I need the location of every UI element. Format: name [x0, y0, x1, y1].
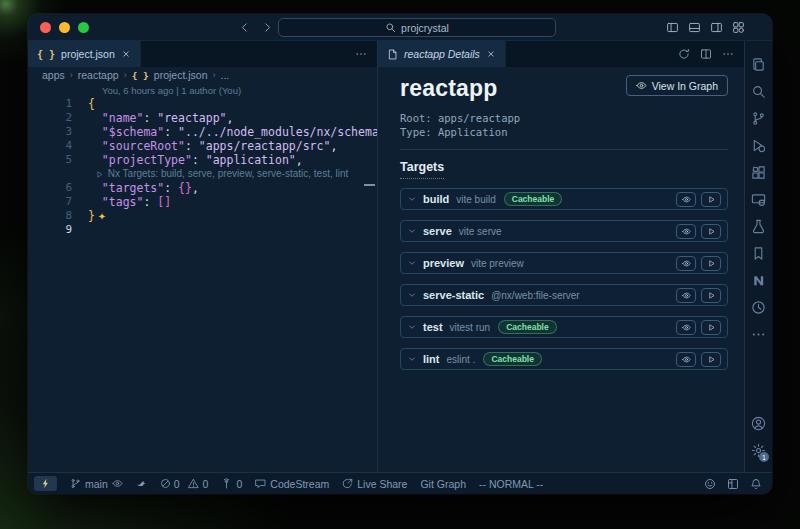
refresh-icon[interactable] [678, 48, 690, 60]
code-line[interactable]: 2 "name": "reactapp", [28, 111, 377, 125]
statusbar-git-graph[interactable]: Git Graph [420, 478, 466, 490]
toggle-sidebar-icon[interactable] [666, 21, 679, 34]
statusbar-vim-mode[interactable]: -- NORMAL -- [479, 478, 543, 490]
activity-beaker-icon[interactable] [745, 213, 772, 240]
run-target-button[interactable] [701, 192, 721, 207]
toggle-secondary-sidebar-icon[interactable] [710, 21, 723, 34]
code-text: } ✦ [88, 209, 377, 223]
target-row-preview[interactable]: previewvite preview [400, 252, 728, 274]
code-line[interactable]: 5 "projectType": "application", [28, 153, 377, 167]
statusbar-dove-extension[interactable] [136, 478, 147, 489]
toggle-panel-icon[interactable] [688, 21, 701, 34]
breadcrumb-reactapp[interactable]: reactapp [78, 69, 119, 81]
view-target-button[interactable] [676, 256, 696, 271]
statusbar-errors-count[interactable]: 0 [160, 478, 180, 490]
activity-account-icon[interactable] [745, 410, 772, 437]
forward-arrow-icon[interactable] [261, 21, 274, 34]
view-target-button[interactable] [676, 320, 696, 335]
statusbar-codestream[interactable]: CodeStream [255, 478, 329, 490]
chevron-down-icon[interactable] [407, 290, 417, 300]
view-target-button[interactable] [676, 352, 696, 367]
minimize-window-button[interactable] [59, 22, 70, 33]
breadcrumb-more[interactable]: ... [221, 69, 230, 81]
code-text: { [88, 97, 377, 111]
target-row-serve-static[interactable]: serve-static@nx/web:file-server [400, 284, 728, 306]
view-target-button[interactable] [676, 288, 696, 303]
chevron-down-icon[interactable] [407, 258, 417, 268]
target-row-serve[interactable]: servevite serve [400, 220, 728, 242]
code-line[interactable]: 3 "$schema": "../../node_modules/nx/sche… [28, 125, 377, 139]
close-window-button[interactable] [40, 22, 51, 33]
activity-search-icon[interactable] [745, 78, 772, 105]
statusbar-label: 0 [203, 478, 209, 490]
statusbar-label: CodeStream [270, 478, 329, 490]
command-center-search[interactable]: projcrystal [278, 18, 556, 37]
code-line[interactable]: Nx Targets: build, serve, preview, serve… [28, 167, 377, 181]
activity-bookmark-icon[interactable] [745, 240, 772, 267]
maximize-window-button[interactable] [78, 22, 89, 33]
activity-source-control-icon[interactable] [745, 105, 772, 132]
chevron-down-icon[interactable] [407, 226, 417, 236]
project-title: reactapp [400, 75, 497, 102]
activity-debug-icon[interactable] [745, 132, 772, 159]
statusbar-layout-tool-icon[interactable] [727, 478, 739, 490]
statusbar-label: 0 [236, 478, 242, 490]
target-name: lint [423, 353, 440, 365]
activity-gear-icon[interactable]: 1 [745, 437, 772, 464]
code-token: "tags" [102, 195, 144, 209]
code-text: "tags": [] [88, 195, 377, 209]
chevron-down-icon[interactable] [407, 322, 417, 332]
close-tab-icon[interactable] [486, 49, 496, 59]
codelens-authors[interactable]: You, 6 hours ago | 1 author (You) [28, 84, 377, 97]
more-actions-icon[interactable] [722, 48, 734, 60]
activity-nx-icon[interactable] [745, 267, 772, 294]
code-token: : [143, 111, 157, 125]
statusbar-branch-main[interactable]: main [70, 478, 123, 490]
statusbar-remote-indicator[interactable] [34, 476, 57, 491]
view-target-button[interactable] [676, 224, 696, 239]
code-editor[interactable]: You, 6 hours ago | 1 author (You) 1{2 "n… [28, 83, 377, 472]
close-tab-icon[interactable] [121, 49, 131, 59]
statusbar-feedback-icon[interactable] [704, 478, 716, 490]
chevron-down-icon[interactable] [407, 194, 417, 204]
target-row-test[interactable]: testvitest runCacheable [400, 316, 728, 338]
activity-extensions-icon[interactable] [745, 159, 772, 186]
run-target-button[interactable] [701, 224, 721, 239]
code-token: : [164, 125, 178, 139]
code-token: } [88, 209, 95, 223]
view-target-button[interactable] [676, 192, 696, 207]
more-actions-icon[interactable] [355, 48, 367, 60]
back-arrow-icon[interactable] [238, 21, 251, 34]
code-line[interactable]: 8} ✦ [28, 209, 377, 223]
scrollbar-thumb[interactable] [364, 184, 375, 186]
run-target-button[interactable] [701, 352, 721, 367]
activity-ellipsis-icon[interactable] [745, 321, 772, 348]
run-target-button[interactable] [701, 320, 721, 335]
tab-project-json[interactable]: { } project.json [28, 41, 141, 67]
chevron-down-icon[interactable] [407, 354, 417, 364]
code-line[interactable]: 7 "tags": [] [28, 195, 377, 209]
statusbar-notifications-icon[interactable] [750, 478, 762, 490]
code-token: , [296, 153, 303, 167]
target-row-build[interactable]: buildvite buildCacheable [400, 188, 728, 210]
run-target-button[interactable] [701, 288, 721, 303]
view-in-graph-button[interactable]: View In Graph [626, 75, 728, 96]
code-line[interactable]: 6 "targets": {}, [28, 181, 377, 195]
activity-files-icon[interactable] [745, 51, 772, 78]
statusbar-live-share[interactable]: Live Share [342, 478, 407, 490]
activity-remote-explorer-icon[interactable] [745, 186, 772, 213]
nx-run-hint-icon[interactable] [95, 170, 104, 179]
run-target-button[interactable] [701, 256, 721, 271]
code-line[interactable]: 1{ [28, 97, 377, 111]
target-row-lint[interactable]: linteslint .Cacheable [400, 348, 728, 370]
statusbar-ports-count[interactable]: 0 [221, 478, 242, 490]
breadcrumb-apps[interactable]: apps [42, 69, 65, 81]
tab-reactapp-details[interactable]: reactapp Details [378, 41, 506, 67]
statusbar-warnings-count[interactable]: 0 [188, 478, 209, 490]
breadcrumb-project-json[interactable]: project.json [154, 69, 208, 81]
code-line[interactable]: 9 [28, 223, 377, 237]
customize-layout-icon[interactable] [732, 21, 745, 34]
activity-clock-icon[interactable] [745, 294, 772, 321]
code-line[interactable]: 4 "sourceRoot": "apps/reactapp/src", [28, 139, 377, 153]
split-editor-icon[interactable] [700, 48, 712, 60]
